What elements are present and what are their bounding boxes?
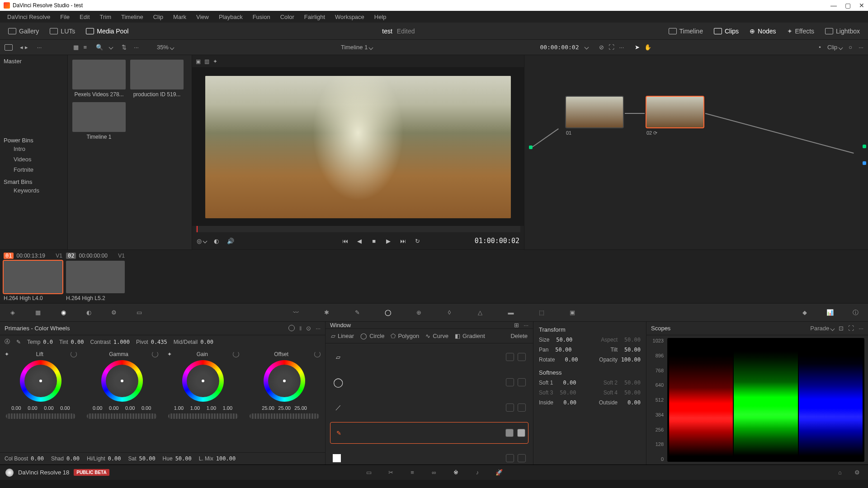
pivot-value[interactable]: 0.435 [151,339,167,345]
magic-mask-icon[interactable]: ◊ [443,306,456,319]
powerbins-header[interactable]: Power Bins [4,137,64,144]
gamma-jog[interactable] [87,413,157,419]
fairlight-page-icon[interactable]: ♪ [472,467,483,478]
record-timecode[interactable]: 01:00:00:02 [475,237,519,245]
color-page-icon[interactable]: ※ [450,467,461,478]
curves-icon[interactable]: 〰 [289,306,302,319]
menu-davinci[interactable]: DaVinci Resolve [3,12,55,22]
node-02[interactable]: 02 ⟳ [646,96,704,136]
tracker-icon[interactable]: ⊕ [412,306,425,319]
opacity-value[interactable]: 100.00 [620,357,641,363]
edit-page-icon[interactable]: ≡ [407,467,418,478]
fusion-page-icon[interactable]: ∞ [429,467,439,478]
node-canvas[interactable]: 01 02 ⟳ [524,55,868,237]
media-item[interactable]: production ID 519... [130,60,184,98]
warper-icon[interactable]: ✱ [320,306,333,319]
sort-icon[interactable]: ⇅ [122,44,127,51]
scopes-mode[interactable]: Parade [810,325,834,332]
hand-icon[interactable]: ✋ [644,44,651,51]
tilt-value[interactable]: 50.00 [620,347,641,353]
temp-value[interactable]: 0.0 [43,339,53,345]
clips-button[interactable]: Clips [710,26,742,37]
wheels-icon[interactable]: ◉ [57,306,70,319]
delete-button[interactable]: Delete [510,333,528,339]
blur-icon[interactable]: △ [474,306,486,319]
menu-mark[interactable]: Mark [169,12,191,22]
menu-view[interactable]: View [192,12,213,22]
bin-intro[interactable]: Intro [4,144,64,154]
gain-jog[interactable] [168,413,238,419]
menu-workspace[interactable]: Workspace [330,12,369,22]
clip-dropdown[interactable]: Clip [827,44,842,51]
wheels-mode-icon[interactable] [288,325,295,331]
split-icon[interactable]: ▥ [204,58,209,65]
rotate-value[interactable]: 0.00 [557,357,578,363]
curve-tool[interactable]: ∿Curve [425,333,448,339]
expand-icon[interactable]: ⛶ [609,44,614,51]
lmix-value[interactable]: 100.00 [216,455,236,462]
auto-balance-icon[interactable]: Ⓐ [5,338,10,346]
colboost-value[interactable]: 0.00 [31,455,44,462]
minimize-icon[interactable]: — [830,2,837,9]
scope-options-icon[interactable]: ⊡ [839,325,844,332]
key-icon[interactable]: ▬ [505,306,517,319]
shad-value[interactable]: 0.00 [66,455,80,462]
bin-keywords[interactable]: Keywords [4,185,64,196]
log-mode-icon[interactable]: ⊙ [306,325,311,332]
menu-playback[interactable]: Playback [214,12,247,22]
close-icon[interactable]: ✕ [859,2,864,9]
info-icon[interactable]: ⓘ [849,306,862,319]
effects-button[interactable]: ✦Effects [783,26,818,37]
soft1-value[interactable]: 0.00 [556,380,576,386]
bin-videos[interactable]: Videos [4,154,64,164]
bars-mode-icon[interactable]: ⦀ [299,325,302,332]
loop-icon[interactable]: ↻ [412,236,422,246]
viewer-scrubber[interactable] [196,226,520,232]
thumb-view-icon[interactable]: ▦ [73,44,79,51]
gallery-button[interactable]: Gallery [5,26,42,37]
alpha-anchor[interactable] [863,161,866,165]
menu-color[interactable]: Color [276,12,299,22]
list-view-icon[interactable]: ≡ [83,44,87,51]
mid-value[interactable]: 0.00 [200,339,213,345]
master-bin[interactable]: Master [4,58,64,65]
hue-value[interactable]: 50.00 [175,455,192,462]
cut-page-icon[interactable]: ✂ [385,467,396,478]
mute-icon[interactable]: 🔊 [226,236,236,246]
shape-curve[interactable]: ／ [330,397,528,418]
output-anchor[interactable] [863,145,866,148]
tint-value[interactable]: 0.00 [71,339,84,345]
gain-wheel[interactable] [182,360,224,402]
size-value[interactable]: 50.00 [552,337,572,343]
media-page-icon[interactable]: ▭ [363,467,374,478]
menu-timeline[interactable]: Timeline [117,12,148,22]
gamma-wheel[interactable] [101,360,143,402]
menu-fairlight[interactable]: Fairlight [300,12,330,22]
unmix-icon[interactable]: ◐ [211,236,221,246]
bypass-icon[interactable]: ⊘ [599,44,604,51]
search-icon[interactable]: 🔍 [96,44,103,51]
reset-icon[interactable] [314,351,321,357]
color-match-icon[interactable]: ▦ [32,306,44,319]
menu-clip[interactable]: Clip [149,12,168,22]
viewer-timecode[interactable]: 00:00:00:02 [540,44,579,51]
wand-icon[interactable]: ✦ [213,58,217,65]
camera-raw-icon[interactable]: ◈ [6,306,19,319]
maximize-icon[interactable]: ▢ [845,2,851,9]
clip-thumb[interactable]: 02 00:00:00:00 V1 H.264 High L5.2 [66,253,125,300]
shape-pen[interactable]: ✎ [330,422,528,444]
lift-jog[interactable] [6,413,76,419]
circle-tool[interactable]: ◯Circle [360,333,384,339]
reset-icon[interactable] [71,351,77,357]
zoom-level[interactable]: 35% [157,44,174,51]
media-item[interactable]: Timeline 1 [72,102,126,140]
highlight-icon[interactable]: ▣ [196,58,201,65]
stop-icon[interactable]: ■ [369,236,379,246]
inside-value[interactable]: 0.00 [556,399,576,406]
reset-icon[interactable] [152,351,158,357]
timeline-name[interactable]: Timeline 1 [341,44,373,51]
luts-button[interactable]: LUTs [46,26,79,37]
bw-icon[interactable]: ✦ [167,351,172,357]
contrast-value[interactable]: 1.000 [113,339,130,345]
picker-icon[interactable]: ✎ [16,339,21,345]
